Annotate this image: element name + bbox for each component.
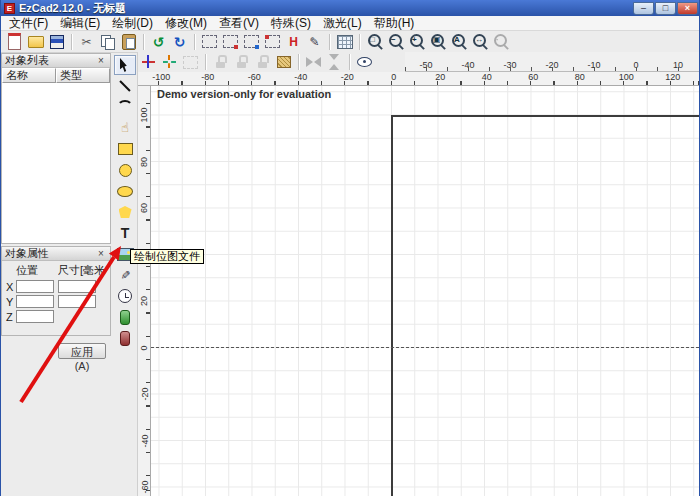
ellipse-tool[interactable] (114, 181, 136, 201)
vector-file-tool[interactable]: ✎ (114, 265, 136, 285)
file-group (4, 32, 67, 52)
lock-z-button[interactable] (252, 52, 273, 72)
menu-view[interactable]: 查看(V) (213, 16, 265, 31)
mirror-vertical-button[interactable] (324, 52, 345, 72)
open-file-button[interactable] (25, 32, 46, 52)
lock-x-button[interactable] (210, 52, 231, 72)
ruler-label: 100 (139, 108, 149, 123)
ruler-label: 40 (464, 72, 511, 85)
snap-grid-button[interactable] (180, 52, 201, 72)
delay-tool[interactable] (114, 286, 136, 306)
axes-group (138, 52, 201, 72)
zoom-all-button[interactable]: A (448, 32, 469, 52)
grid-button[interactable] (334, 32, 355, 52)
ruler-label: 20 (139, 296, 149, 306)
line-tool[interactable] (114, 76, 136, 96)
output-port-tool[interactable] (114, 328, 136, 348)
ruler-label-slot: 20 (138, 278, 150, 325)
menu-file[interactable]: 文件(F) (3, 16, 54, 31)
ruler-label: -40 (139, 434, 149, 447)
save-button[interactable] (46, 32, 67, 52)
drawing-canvas[interactable]: Demo version-only for evaluation (151, 86, 699, 496)
close-button[interactable]: × (677, 2, 698, 15)
size-x-input[interactable] (58, 280, 96, 293)
menu-special[interactable]: 特殊(S) (265, 16, 317, 31)
undo-button[interactable]: ↺ (148, 32, 169, 52)
toolbar-separator (143, 34, 144, 50)
ruler-label: -10 (573, 60, 615, 71)
zoom-select-button[interactable]: □ (364, 32, 385, 52)
window-button-glyph: × (685, 4, 690, 13)
x-row: X (6, 280, 106, 293)
point-tool[interactable]: ☝ (114, 118, 136, 138)
zoom-out-button[interactable]: − (385, 32, 406, 52)
column-header-label: 名称 (6, 68, 28, 83)
polygon-tool[interactable] (114, 202, 136, 222)
object-list-body[interactable] (2, 83, 110, 243)
column-name[interactable]: 名称 (2, 68, 56, 83)
copy-button[interactable] (97, 32, 118, 52)
minimize-button[interactable]: – (633, 2, 654, 15)
menu-modify[interactable]: 修改(M) (159, 16, 213, 31)
select-delete-button[interactable] (262, 32, 283, 52)
mirror-group (303, 52, 345, 72)
button-glyph: ✂ (81, 35, 91, 49)
size-y-input[interactable] (58, 295, 96, 308)
redo-button[interactable]: ↻ (169, 32, 190, 52)
button-glyph: ▣ (433, 35, 441, 44)
title-bar: E EzCad2.12.0 - 无标题 – □ × (1, 0, 700, 16)
fill-button[interactable] (273, 52, 294, 72)
tool-glyph: ✎ (118, 270, 132, 280)
select-tool[interactable] (114, 55, 136, 75)
close-icon[interactable]: × (95, 55, 107, 67)
object-properties-header: 对象属性 × (2, 247, 110, 261)
select-all-button[interactable] (199, 32, 220, 52)
text-tool[interactable]: T (114, 223, 136, 243)
ruler-label: -50 (405, 60, 447, 71)
ruler-label: 120 (650, 72, 697, 85)
maximize-button[interactable]: □ (655, 2, 676, 15)
preview-button[interactable] (354, 52, 375, 72)
mirror-horizontal-button[interactable] (303, 52, 324, 72)
ruler-label: -100 (138, 72, 185, 85)
cut-button[interactable]: ✂ (76, 32, 97, 52)
menu-help[interactable]: 帮助(H) (368, 16, 421, 31)
tool-glyph: T (121, 226, 130, 240)
close-icon[interactable]: × (95, 248, 107, 260)
clipboard-group: ✂ (76, 32, 139, 52)
ruler-label: 10 (657, 60, 699, 71)
input-port-tool[interactable] (114, 307, 136, 327)
pan-button[interactable]: ↔ (469, 32, 490, 52)
lock-y-button[interactable] (231, 52, 252, 72)
menu-edit[interactable]: 编辑(E) (54, 16, 106, 31)
position-z-input[interactable] (16, 310, 54, 323)
zoom-in-button[interactable]: + (406, 32, 427, 52)
window-button-glyph: – (641, 4, 646, 13)
curve-tool[interactable] (114, 97, 136, 117)
menu-laser[interactable]: 激光(L) (317, 16, 368, 31)
position-x-input[interactable] (16, 280, 54, 293)
new-file-button[interactable] (4, 32, 25, 52)
guides-button[interactable] (159, 52, 180, 72)
ezcad-window: E EzCad2.12.0 - 无标题 – □ × 文件(F) 编辑(E) (0, 0, 700, 496)
toolbar-separator (71, 34, 72, 50)
ruler-label-slot: 0 (138, 325, 150, 372)
button-glyph: ↻ (174, 35, 186, 49)
zoom-window-button[interactable]: ▣ (427, 32, 448, 52)
pen-param-button[interactable]: ✎ (304, 32, 325, 52)
ruler-label: 0 (371, 72, 418, 85)
menu-draw[interactable]: 绘制(D) (106, 16, 159, 31)
apply-button[interactable]: 应用(A) (58, 343, 106, 359)
rectangle-tool[interactable] (114, 139, 136, 159)
paste-button[interactable] (118, 32, 139, 52)
toolbar-separator (329, 34, 330, 50)
select-invert-button[interactable] (220, 32, 241, 52)
axes-button[interactable] (138, 52, 159, 72)
ruler-label-slot: 60 (138, 185, 150, 232)
column-type[interactable]: 类型 (56, 68, 110, 83)
select-copy-button[interactable] (241, 32, 262, 52)
hatch-button[interactable]: H (283, 32, 304, 52)
position-y-input[interactable] (16, 295, 54, 308)
circle-tool[interactable] (114, 160, 136, 180)
zoom-previous-button[interactable]: · (490, 32, 511, 52)
